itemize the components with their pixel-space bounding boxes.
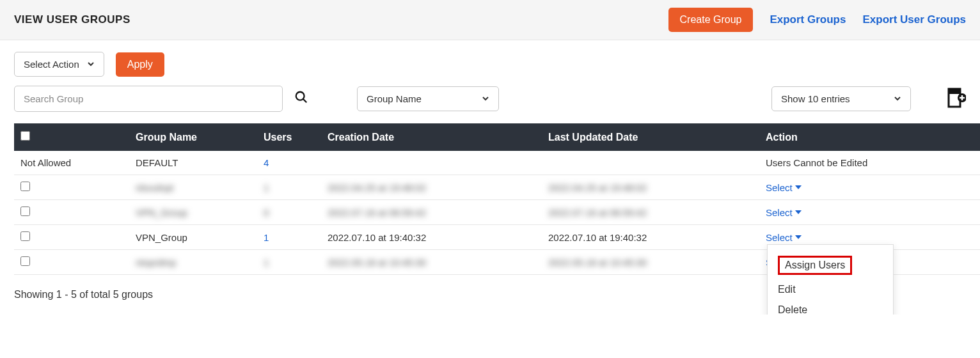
caret-down-icon [795,210,802,214]
col-header-users: Users [257,123,321,151]
table-row: nlsvulnpt12022.04.25 at 19:48:022022.04.… [14,175,980,200]
groupname-filter-dropdown[interactable]: Group Name [357,86,499,111]
col-header-action: Action [759,123,980,151]
action-toolbar: Select Action Apply [0,40,980,81]
search-group-input[interactable] [14,86,283,112]
svg-point-0 [296,92,304,100]
cell-creation-date: 2022.05.18 at 10:45:30 [321,250,542,275]
menu-item-assign-users[interactable]: Assign Users [768,251,893,279]
col-header-udate: Last Updated Date [542,123,759,151]
export-groups-link[interactable]: Export Groups [770,13,846,26]
table-row: VPN_Group02022.07.16 at 06:59:422022.07.… [14,200,980,225]
users-count-link[interactable]: 1 [264,182,269,193]
cell-group-name: VPN_Group [129,200,257,225]
table-row: VPN_Group12022.07.10 at 19:40:322022.07.… [14,225,980,250]
export-user-groups-link[interactable]: Export User Groups [862,13,966,26]
groups-table: Group Name Users Creation Date Last Upda… [14,123,980,275]
cell-creation-date: 2022.04.25 at 19:48:02 [321,175,542,200]
page-title: VIEW USER GROUPS [14,13,130,26]
cell-updated-date [542,151,759,175]
entries-count-dropdown[interactable]: Show 10 entries [771,86,911,111]
search-icon[interactable] [294,90,308,107]
table-header-row: Group Name Users Creation Date Last Upda… [14,123,980,151]
groupname-filter-label: Group Name [367,93,422,104]
users-count-link[interactable]: 4 [264,157,269,168]
create-group-button[interactable]: Create Group [668,8,754,32]
row-action-dropdown-menu: Assign UsersEditDeleteDownload Members [767,244,894,315]
cell-group-name: DEFAULT [129,151,257,175]
header-bar: VIEW USER GROUPS Create Group Export Gro… [0,0,980,40]
cell-creation-date [321,151,542,175]
cell-creation-date: 2022.07.10 at 19:40:32 [321,225,542,250]
row-action-static: Users Cannot be Edited [759,151,980,175]
cell-creation-date: 2022.07.16 at 06:59:42 [321,200,542,225]
cell-group-name: nlsvulnpt [129,175,257,200]
cell-updated-date: 2022.07.16 at 06:59:42 [542,200,759,225]
row-checkbox-disabled-label: Not Allowed [14,151,129,175]
col-header-cdate: Creation Date [321,123,542,151]
table-row: Not AllowedDEFAULT4Users Cannot be Edite… [14,151,980,175]
cell-updated-date: 2022.04.25 at 19:48:02 [542,175,759,200]
users-count-link[interactable]: 1 [264,232,269,243]
row-checkbox[interactable] [20,206,30,216]
filter-bar: Group Name Show 10 entries [0,81,980,123]
select-action-label: Select Action [24,59,79,70]
col-header-name: Group Name [129,123,257,151]
chevron-down-icon [87,59,95,70]
caret-down-icon [795,185,802,189]
cell-updated-date: 2022.05.18 at 10:45:30 [542,250,759,275]
users-count-link[interactable]: 0 [264,207,269,218]
add-column-icon[interactable] [947,87,966,111]
row-action-select-dropdown[interactable]: Select [766,207,802,218]
row-action-select-dropdown[interactable]: Select [766,232,802,243]
cell-group-name: VPN_Group [129,225,257,250]
users-count-link[interactable]: 1 [264,257,269,268]
svg-rect-3 [949,89,960,94]
menu-item-delete[interactable]: Delete [768,300,893,315]
chevron-down-icon [894,93,901,104]
chevron-down-icon [482,93,489,104]
apply-button[interactable]: Apply [116,52,164,77]
row-checkbox[interactable] [20,256,30,266]
svg-line-1 [303,99,307,103]
row-checkbox[interactable] [20,231,30,241]
row-checkbox[interactable] [20,182,30,191]
select-action-dropdown[interactable]: Select Action [14,52,104,77]
cell-updated-date: 2022.07.10 at 19:40:32 [542,225,759,250]
caret-down-icon [795,235,802,239]
menu-item-edit[interactable]: Edit [768,279,893,300]
row-action-select-dropdown[interactable]: Select [766,182,802,193]
entries-count-label: Show 10 entries [781,93,850,104]
cell-group-name: ntoprdmp [129,250,257,275]
select-all-checkbox[interactable] [20,131,30,141]
header-actions: Create Group Export Groups Export User G… [668,8,967,32]
